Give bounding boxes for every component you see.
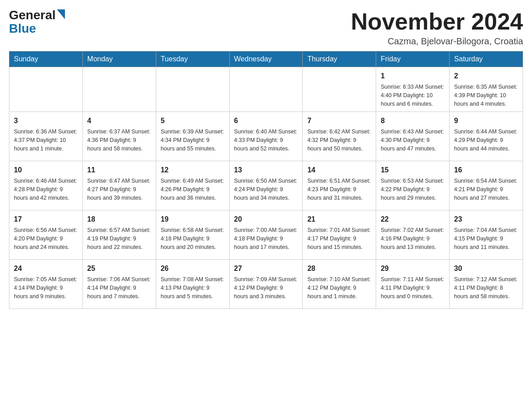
day-number: 15 [381, 165, 445, 176]
day-info: Sunrise: 6:37 AM Sunset: 4:36 PM Dayligh… [87, 128, 151, 153]
calendar-cell: 7Sunrise: 6:42 AM Sunset: 4:32 PM Daylig… [303, 112, 376, 161]
day-info: Sunrise: 6:35 AM Sunset: 4:39 PM Dayligh… [454, 83, 518, 108]
svg-marker-0 [57, 9, 65, 19]
day-info: Sunrise: 6:42 AM Sunset: 4:32 PM Dayligh… [307, 128, 371, 153]
calendar-week-row: 17Sunrise: 6:56 AM Sunset: 4:20 PM Dayli… [9, 210, 523, 260]
calendar-week-row: 24Sunrise: 7:05 AM Sunset: 4:14 PM Dayli… [9, 260, 523, 309]
day-info: Sunrise: 7:01 AM Sunset: 4:17 PM Dayligh… [307, 226, 371, 251]
day-number: 8 [381, 116, 445, 126]
calendar-cell [9, 67, 83, 112]
calendar-cell: 19Sunrise: 6:58 AM Sunset: 4:18 PM Dayli… [156, 210, 229, 260]
calendar-cell: 26Sunrise: 7:08 AM Sunset: 4:13 PM Dayli… [156, 260, 229, 309]
day-number: 12 [161, 165, 225, 176]
day-number: 16 [454, 165, 518, 176]
calendar-cell [303, 67, 376, 112]
logo-blue-text: Blue [9, 22, 36, 35]
day-number: 14 [307, 165, 371, 176]
month-title: November 2024 [351, 9, 523, 34]
day-info: Sunrise: 7:12 AM Sunset: 4:11 PM Dayligh… [454, 275, 518, 300]
day-number: 26 [161, 263, 225, 274]
day-info: Sunrise: 6:44 AM Sunset: 4:29 PM Dayligh… [454, 128, 518, 153]
title-block: November 2024 Cazma, Bjelovar-Bilogora, … [351, 9, 523, 47]
day-number: 30 [454, 263, 518, 274]
day-number: 6 [234, 116, 298, 126]
calendar-cell: 8Sunrise: 6:43 AM Sunset: 4:30 PM Daylig… [376, 112, 450, 161]
day-number: 23 [454, 214, 518, 225]
day-number: 7 [307, 116, 371, 126]
calendar-cell: 29Sunrise: 7:11 AM Sunset: 4:11 PM Dayli… [376, 260, 450, 309]
day-number: 9 [454, 116, 518, 126]
header-saturday: Saturday [450, 51, 523, 67]
day-number: 22 [381, 214, 445, 225]
calendar-cell: 24Sunrise: 7:05 AM Sunset: 4:14 PM Dayli… [9, 260, 83, 309]
day-number: 18 [87, 214, 151, 225]
header-wednesday: Wednesday [229, 51, 303, 67]
day-number: 11 [87, 165, 151, 176]
day-info: Sunrise: 6:58 AM Sunset: 4:18 PM Dayligh… [161, 226, 225, 251]
day-info: Sunrise: 6:47 AM Sunset: 4:27 PM Dayligh… [87, 177, 151, 202]
calendar-cell: 30Sunrise: 7:12 AM Sunset: 4:11 PM Dayli… [450, 260, 523, 309]
day-info: Sunrise: 6:43 AM Sunset: 4:30 PM Dayligh… [381, 128, 445, 153]
day-number: 2 [454, 71, 518, 81]
day-info: Sunrise: 6:33 AM Sunset: 4:40 PM Dayligh… [381, 83, 445, 108]
calendar-cell: 13Sunrise: 6:50 AM Sunset: 4:24 PM Dayli… [229, 161, 303, 210]
calendar-cell: 21Sunrise: 7:01 AM Sunset: 4:17 PM Dayli… [303, 210, 376, 260]
day-info: Sunrise: 6:46 AM Sunset: 4:28 PM Dayligh… [14, 177, 78, 202]
calendar-cell: 10Sunrise: 6:46 AM Sunset: 4:28 PM Dayli… [9, 161, 83, 210]
day-info: Sunrise: 6:50 AM Sunset: 4:24 PM Dayligh… [234, 177, 298, 202]
day-number: 4 [87, 116, 151, 126]
calendar-cell: 23Sunrise: 7:04 AM Sunset: 4:15 PM Dayli… [450, 210, 523, 260]
day-number: 28 [307, 263, 371, 274]
day-info: Sunrise: 6:54 AM Sunset: 4:21 PM Dayligh… [454, 177, 518, 202]
calendar-cell: 4Sunrise: 6:37 AM Sunset: 4:36 PM Daylig… [82, 112, 156, 161]
calendar-cell [229, 67, 303, 112]
day-number: 13 [234, 165, 298, 176]
day-info: Sunrise: 6:40 AM Sunset: 4:33 PM Dayligh… [234, 128, 298, 153]
calendar-cell [156, 67, 229, 112]
page-header: General Blue November 2024 Cazma, Bjelov… [9, 9, 523, 47]
day-info: Sunrise: 6:49 AM Sunset: 4:26 PM Dayligh… [161, 177, 225, 202]
day-number: 3 [14, 116, 78, 126]
header-tuesday: Tuesday [156, 51, 229, 67]
day-info: Sunrise: 7:04 AM Sunset: 4:15 PM Dayligh… [454, 226, 518, 251]
day-info: Sunrise: 6:53 AM Sunset: 4:22 PM Dayligh… [381, 177, 445, 202]
calendar-cell: 9Sunrise: 6:44 AM Sunset: 4:29 PM Daylig… [450, 112, 523, 161]
day-number: 17 [14, 214, 78, 225]
day-number: 5 [161, 116, 225, 126]
calendar-cell: 3Sunrise: 6:36 AM Sunset: 4:37 PM Daylig… [9, 112, 83, 161]
day-number: 27 [234, 263, 298, 274]
header-monday: Monday [82, 51, 156, 67]
day-info: Sunrise: 6:39 AM Sunset: 4:34 PM Dayligh… [161, 128, 225, 153]
day-number: 1 [381, 71, 445, 81]
calendar-cell: 27Sunrise: 7:09 AM Sunset: 4:12 PM Dayli… [229, 260, 303, 309]
day-info: Sunrise: 6:51 AM Sunset: 4:23 PM Dayligh… [307, 177, 371, 202]
calendar-week-row: 10Sunrise: 6:46 AM Sunset: 4:28 PM Dayli… [9, 161, 523, 210]
calendar-cell: 1Sunrise: 6:33 AM Sunset: 4:40 PM Daylig… [376, 67, 450, 112]
calendar-cell: 5Sunrise: 6:39 AM Sunset: 4:34 PM Daylig… [156, 112, 229, 161]
calendar-week-row: 1Sunrise: 6:33 AM Sunset: 4:40 PM Daylig… [9, 67, 523, 112]
day-number: 20 [234, 214, 298, 225]
day-info: Sunrise: 6:36 AM Sunset: 4:37 PM Dayligh… [14, 128, 78, 153]
day-info: Sunrise: 7:00 AM Sunset: 4:18 PM Dayligh… [234, 226, 298, 251]
calendar-cell: 14Sunrise: 6:51 AM Sunset: 4:23 PM Dayli… [303, 161, 376, 210]
calendar-cell: 28Sunrise: 7:10 AM Sunset: 4:12 PM Dayli… [303, 260, 376, 309]
day-number: 25 [87, 263, 151, 274]
weekday-header-row: Sunday Monday Tuesday Wednesday Thursday… [9, 51, 523, 67]
calendar-table: Sunday Monday Tuesday Wednesday Thursday… [9, 51, 523, 309]
header-friday: Friday [376, 51, 450, 67]
calendar-cell [82, 67, 156, 112]
day-info: Sunrise: 6:56 AM Sunset: 4:20 PM Dayligh… [14, 226, 78, 251]
calendar-cell: 12Sunrise: 6:49 AM Sunset: 4:26 PM Dayli… [156, 161, 229, 210]
day-info: Sunrise: 7:05 AM Sunset: 4:14 PM Dayligh… [14, 275, 78, 300]
calendar-cell: 18Sunrise: 6:57 AM Sunset: 4:19 PM Dayli… [82, 210, 156, 260]
header-sunday: Sunday [9, 51, 83, 67]
header-thursday: Thursday [303, 51, 376, 67]
day-info: Sunrise: 7:02 AM Sunset: 4:16 PM Dayligh… [381, 226, 445, 251]
day-info: Sunrise: 7:10 AM Sunset: 4:12 PM Dayligh… [307, 275, 371, 300]
day-info: Sunrise: 6:57 AM Sunset: 4:19 PM Dayligh… [87, 226, 151, 251]
day-number: 29 [381, 263, 445, 274]
calendar-cell: 16Sunrise: 6:54 AM Sunset: 4:21 PM Dayli… [450, 161, 523, 210]
day-number: 21 [307, 214, 371, 225]
location-subtitle: Cazma, Bjelovar-Bilogora, Croatia [351, 36, 523, 47]
calendar-cell: 11Sunrise: 6:47 AM Sunset: 4:27 PM Dayli… [82, 161, 156, 210]
